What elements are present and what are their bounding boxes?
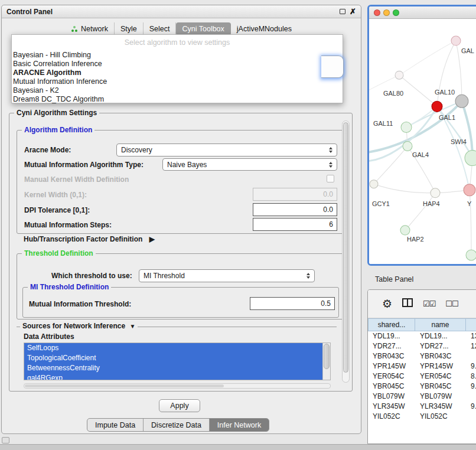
- expand-right-icon[interactable]: ▶: [149, 235, 155, 243]
- close-traffic-light-icon[interactable]: [374, 9, 380, 16]
- data-attribute-item[interactable]: gal4RGexp: [24, 373, 322, 380]
- attribute-list-scrollbar[interactable]: [322, 343, 330, 380]
- sources-title: Sources for Network Inference: [22, 322, 125, 330]
- algorithm-option-basic-correlation-inference[interactable]: Basic Correlation Inference: [12, 60, 343, 69]
- algorithm-definition-title: Algorithm Definition: [22, 126, 94, 134]
- table-row[interactable]: YDR27...YDR27...12: [368, 341, 476, 351]
- table-cell: [466, 412, 476, 422]
- network-window-titlebar[interactable]: [369, 6, 476, 19]
- table-row[interactable]: YLR345WYLR345W9.: [368, 402, 476, 412]
- table-cell: YBR045C: [415, 381, 466, 392]
- which-threshold-select[interactable]: MI Threshold: [139, 269, 315, 282]
- table-row[interactable]: YBR045CYBR045C9.: [368, 381, 476, 392]
- network-node[interactable]: [451, 36, 461, 45]
- tab-cyni-toolbox[interactable]: Cyni Toolbox: [176, 22, 230, 35]
- network-node[interactable]: [403, 142, 412, 151]
- algorithm-option-dream8-dc-tdc-algorithm[interactable]: Dream8 DC_TDC Algorithm: [12, 95, 343, 104]
- network-node[interactable]: [400, 226, 410, 235]
- mi-steps-field[interactable]: 6: [253, 218, 337, 231]
- network-node[interactable]: [464, 184, 475, 196]
- close-window-icon[interactable]: ✗: [350, 7, 356, 16]
- columns-layout-icon[interactable]: [402, 298, 413, 309]
- data-attributes-list[interactable]: SelfLoopsTopologicalCoefficientBetweenne…: [24, 343, 331, 380]
- aracne-mode-select[interactable]: Discovery: [116, 144, 337, 156]
- network-node[interactable]: [431, 188, 440, 198]
- control-panel-window: Control Panel ✗ NetworkStyleSelectCyni T…: [1, 5, 361, 434]
- data-attribute-item[interactable]: BetweennessCentrality: [24, 363, 322, 373]
- dpi-tolerance-field[interactable]: 0.0: [253, 203, 337, 216]
- table-settings-gear-icon[interactable]: ⚙: [382, 298, 392, 309]
- sources-toggle[interactable]: Sources for Network Inference ▼: [20, 322, 138, 330]
- table-row[interactable]: YBR043CYBR043C: [368, 351, 476, 361]
- table-row[interactable]: YPR145WYPR145W9.: [368, 361, 476, 371]
- table-cell: YBL079W: [368, 392, 415, 402]
- network-edge[interactable]: [369, 75, 399, 90]
- panel-corner-icon[interactable]: [2, 437, 9, 444]
- attribute-list-hscrollbar[interactable]: [24, 383, 331, 389]
- cyni-algorithm-settings-group: Cyni Algorithm Settings Algorithm Defini…: [9, 113, 353, 392]
- mi-type-select[interactable]: Naive Bayes: [162, 158, 337, 171]
- column-header[interactable]: name: [415, 318, 466, 331]
- tab-style[interactable]: Style: [115, 22, 144, 35]
- network-view-window: GALGAL80GAL10GAL1GAL11SWI4GAL4GCY1HAP4HA…: [367, 5, 476, 266]
- expand-down-icon[interactable]: ▼: [129, 323, 135, 330]
- hub-tf-definition-toggle[interactable]: Hub/Transcription Factor Definition ▶: [24, 235, 155, 243]
- manual-kernel-checkbox[interactable]: [327, 175, 334, 182]
- table-cell: YDL19...: [368, 331, 415, 341]
- network-edge[interactable]: [374, 184, 435, 193]
- column-header[interactable]: [466, 318, 476, 331]
- manual-kernel-label: Manual Kernel Width Definition: [24, 175, 129, 184]
- data-attribute-item[interactable]: SelfLoops: [24, 343, 322, 353]
- table-cell: YIL052C: [368, 412, 415, 422]
- table-cell: 12: [466, 341, 476, 351]
- minimize-traffic-light-icon[interactable]: [383, 9, 390, 16]
- table-row[interactable]: YDL19...YDL19...13: [368, 331, 476, 341]
- bottom-tab-impute-data[interactable]: Impute Data: [87, 419, 144, 431]
- algorithm-option-aracne-algorithm[interactable]: ARACNE Algorithm: [12, 69, 343, 77]
- algorithm-option-bayesian-k2[interactable]: Bayesian - K2: [12, 86, 343, 95]
- network-edge[interactable]: [374, 146, 407, 184]
- zoom-traffic-light-icon[interactable]: [393, 9, 399, 16]
- tab-jactivemnodules[interactable]: jActiveMNodules: [231, 22, 298, 35]
- network-edge[interactable]: [437, 41, 456, 106]
- bottom-tab-discretize-data[interactable]: Discretize Data: [144, 419, 210, 431]
- float-window-icon[interactable]: [340, 9, 345, 14]
- algorithm-option-mutual-information-inference[interactable]: Mutual Information Inference: [12, 77, 343, 86]
- network-node[interactable]: [401, 122, 412, 132]
- network-edge[interactable]: [405, 193, 435, 230]
- tab-network[interactable]: Network: [65, 22, 115, 35]
- tab-label: Network: [81, 25, 108, 33]
- table-cell: 8.: [466, 371, 476, 381]
- tab-label: Select: [149, 25, 170, 33]
- network-node[interactable]: [432, 101, 442, 112]
- mi-threshold-field[interactable]: 0.5: [250, 297, 335, 310]
- table-row[interactable]: YER054CYER054C8.: [368, 371, 476, 381]
- data-attribute-item[interactable]: TopologicalCoefficient: [24, 353, 322, 363]
- tab-label: jActiveMNodules: [237, 25, 292, 33]
- control-panel-titlebar[interactable]: Control Panel ✗: [2, 5, 361, 18]
- table-row[interactable]: YBL079WYBL079W: [368, 392, 476, 402]
- apply-button[interactable]: Apply: [159, 399, 200, 412]
- network-node[interactable]: [466, 250, 476, 260]
- table-cell: YPR145W: [415, 361, 466, 371]
- bottom-tab-infer-network[interactable]: Infer Network: [210, 419, 269, 431]
- algorithm-option-bayesian-hill-climbing[interactable]: Bayesian - Hill Climbing: [12, 51, 343, 60]
- table-panel-window: ⚙ ☑☑ ☐☐ shared...name YDL19...YDL19...13…: [367, 289, 476, 444]
- kernel-width-field[interactable]: 0.0: [253, 188, 337, 201]
- tab-select[interactable]: Select: [144, 22, 177, 35]
- mi-threshold-group: MI Threshold Definition Mutual Informati…: [22, 287, 339, 318]
- network-node[interactable]: [455, 94, 468, 107]
- network-canvas[interactable]: GALGAL80GAL10GAL1GAL11SWI4GAL4GCY1HAP4HA…: [369, 19, 476, 264]
- settings-scrollbar[interactable]: [342, 120, 350, 383]
- algorithm-combo-fragment[interactable]: [321, 56, 344, 78]
- column-header[interactable]: shared...: [368, 318, 415, 331]
- network-node[interactable]: [395, 71, 403, 79]
- table-row[interactable]: YIL052CYIL052C: [368, 412, 476, 422]
- unselect-all-columns-icon[interactable]: ☐☐: [445, 299, 458, 308]
- network-node[interactable]: [370, 180, 378, 188]
- table-cell: YDR27...: [368, 341, 415, 351]
- algorithm-definition-group: Algorithm Definition Aracne Mode: Discov…: [17, 130, 344, 234]
- network-node[interactable]: [465, 151, 476, 166]
- select-all-columns-icon[interactable]: ☑☑: [423, 299, 435, 308]
- network-edge[interactable]: [399, 75, 437, 106]
